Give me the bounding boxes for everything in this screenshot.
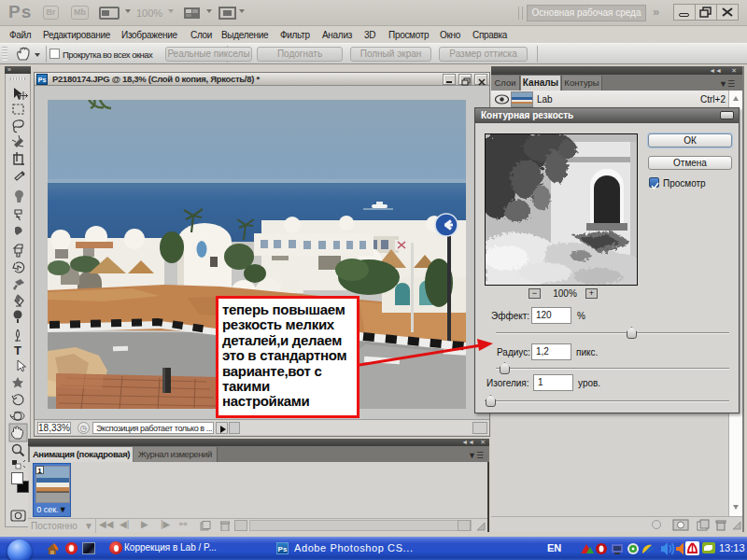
- svg-text:T: T: [14, 343, 21, 357]
